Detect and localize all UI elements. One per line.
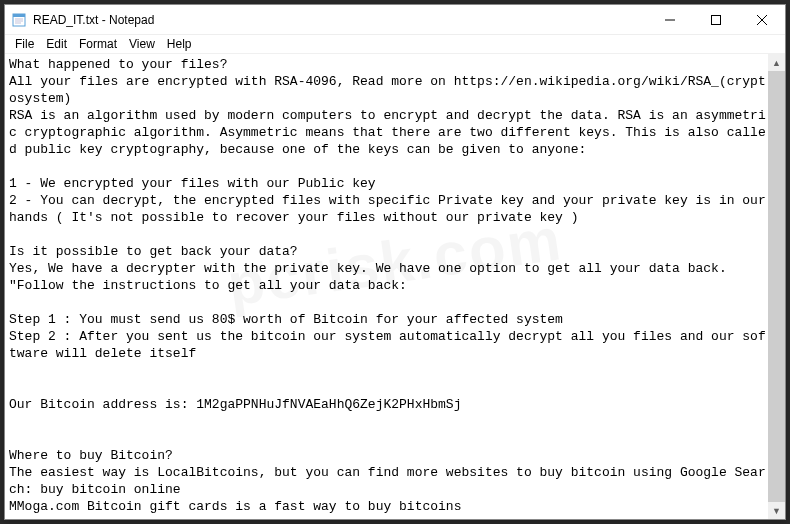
scroll-up-arrow[interactable]: ▲ [768, 54, 785, 71]
notepad-window: READ_IT.txt - Notepad File Edit Format V… [4, 4, 786, 520]
svg-rect-1 [13, 14, 25, 17]
menu-help[interactable]: Help [161, 36, 198, 52]
menu-view[interactable]: View [123, 36, 161, 52]
content-area: What happened to your files? All your fi… [5, 54, 785, 519]
menu-edit[interactable]: Edit [40, 36, 73, 52]
close-button[interactable] [739, 5, 785, 34]
titlebar: READ_IT.txt - Notepad [5, 5, 785, 35]
scroll-down-arrow[interactable]: ▼ [768, 502, 785, 519]
minimize-button[interactable] [647, 5, 693, 34]
maximize-button[interactable] [693, 5, 739, 34]
menu-file[interactable]: File [9, 36, 40, 52]
window-title: READ_IT.txt - Notepad [33, 13, 647, 27]
vertical-scrollbar[interactable]: ▲ ▼ [768, 54, 785, 519]
svg-rect-6 [712, 15, 721, 24]
menu-format[interactable]: Format [73, 36, 123, 52]
notepad-icon [11, 12, 27, 28]
menubar: File Edit Format View Help [5, 35, 785, 54]
scroll-thumb[interactable] [768, 71, 785, 502]
scroll-track[interactable] [768, 71, 785, 502]
text-content[interactable]: What happened to your files? All your fi… [5, 54, 768, 519]
window-controls [647, 5, 785, 34]
